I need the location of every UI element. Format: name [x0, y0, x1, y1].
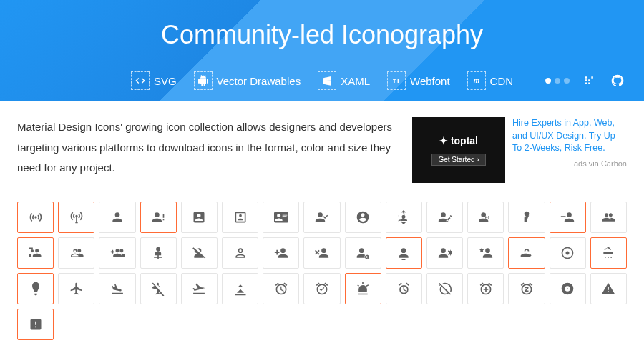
alert-box-icon — [29, 317, 43, 332]
format-label: SVG — [154, 75, 177, 87]
account-box-icon — [192, 210, 206, 224]
format-svg[interactable]: SVG — [131, 71, 177, 90]
account-multiple-outline-icon — [69, 246, 84, 260]
icon-access-point[interactable] — [17, 202, 54, 233]
icon-account-multiple-minus[interactable] — [17, 237, 54, 269]
album-icon — [560, 282, 575, 296]
icon-account-search[interactable] — [345, 237, 381, 269]
account-remove-icon — [315, 246, 329, 260]
icon-account-switch[interactable] — [508, 237, 545, 269]
account-search-icon — [356, 246, 370, 260]
icon-account-off[interactable] — [181, 237, 218, 269]
icon-alarm-check[interactable] — [303, 273, 340, 304]
dot-3[interactable] — [564, 78, 570, 84]
account-outline-icon — [233, 246, 248, 260]
icon-account-box[interactable] — [181, 202, 218, 233]
account-circle-icon — [356, 210, 370, 224]
ad-attribution[interactable]: ads via Carbon — [512, 159, 627, 168]
icon-alarm-plus[interactable] — [467, 273, 504, 304]
access-point-icon — [29, 210, 43, 224]
icon-airplane[interactable] — [58, 273, 94, 304]
ad-title[interactable]: Hire Experts in App, Web, and UI/UX Desi… — [512, 117, 627, 155]
airplane-off-icon — [151, 282, 165, 296]
icon-alarm-multiple[interactable] — [386, 273, 422, 304]
airplane-icon — [69, 282, 84, 296]
icon-account-convert[interactable] — [386, 202, 422, 233]
icon-alert[interactable] — [590, 273, 627, 304]
format-vector-drawables[interactable]: Vector Drawables — [194, 71, 301, 90]
icon-account-location[interactable] — [508, 202, 545, 233]
icon-account-network[interactable] — [140, 237, 177, 269]
slack-link-icon[interactable] — [580, 71, 598, 90]
format-webfont[interactable]: тTWebfont — [387, 71, 450, 90]
icon-account-box-outline[interactable] — [222, 202, 258, 233]
icon-account-alert[interactable] — [140, 202, 177, 233]
alarm-plus-icon — [479, 282, 493, 296]
format-label: XAML — [341, 75, 370, 87]
android-icon — [194, 71, 213, 90]
page-title: Community-led Iconography — [0, 20, 644, 50]
alarm-icon — [274, 282, 288, 296]
icon-adjust[interactable] — [550, 237, 586, 269]
icon-account-multiple-plus[interactable] — [99, 237, 135, 269]
ad-cta-button[interactable]: Get Started › — [431, 154, 485, 166]
format-bar: SVGVector DrawablesXAMLтTWebfontmCDN — [0, 71, 644, 101]
icon-account-multiple-outline[interactable] — [58, 237, 94, 269]
format-xaml[interactable]: XAML — [318, 71, 370, 90]
text-icon: тT — [387, 71, 406, 90]
icon-account-circle[interactable] — [345, 202, 381, 233]
icon-grid — [0, 194, 644, 347]
icon-account-settings-variant[interactable] — [426, 237, 463, 269]
icon-account-star[interactable] — [467, 237, 504, 269]
icon-album[interactable] — [550, 273, 586, 304]
icon-airplane-landing[interactable] — [99, 273, 135, 304]
account-card-icon — [274, 210, 288, 224]
icon-airplane-takeoff[interactable] — [181, 273, 218, 304]
alarm-off-icon — [438, 282, 452, 296]
ad-image[interactable]: ✦ toptal Get Started › — [412, 117, 505, 183]
icon-alarm-light[interactable] — [345, 273, 381, 304]
dot-2[interactable] — [555, 78, 560, 84]
github-link-icon[interactable] — [608, 71, 627, 90]
icon-account-edit[interactable] — [426, 202, 463, 233]
icon-account[interactable] — [99, 202, 135, 233]
icon-account-minus[interactable] — [550, 202, 586, 233]
svg-text:тT: тT — [393, 77, 401, 84]
icon-alarm-snooze[interactable] — [508, 273, 545, 304]
hero-banner: Community-led Iconography SVGVector Draw… — [0, 0, 644, 101]
icon-airport[interactable] — [222, 273, 258, 304]
icon-alert-box[interactable] — [17, 309, 54, 340]
intro-text: Material Design Icons' growing icon coll… — [17, 117, 395, 183]
account-check-icon — [315, 210, 329, 224]
icon-account-card[interactable] — [263, 202, 299, 233]
format-label: CDN — [490, 75, 514, 87]
icon-access-point-network[interactable] — [58, 202, 94, 233]
account-switch-icon — [519, 246, 534, 260]
icon-account-settings[interactable] — [386, 237, 422, 269]
account-multiple-icon — [601, 210, 615, 224]
format-cdn[interactable]: mCDN — [467, 71, 514, 90]
ad-logo: ✦ toptal — [439, 135, 478, 146]
icon-airplane-off[interactable] — [140, 273, 177, 304]
carbon-ad[interactable]: ✦ toptal Get Started › Hire Experts in A… — [412, 117, 627, 183]
icon-account-check[interactable] — [303, 202, 340, 233]
account-alert-icon — [151, 210, 165, 224]
icon-account-multiple[interactable] — [590, 202, 627, 233]
account-key-icon — [479, 210, 493, 224]
icon-account-outline[interactable] — [222, 237, 258, 269]
code-icon — [131, 71, 150, 90]
account-edit-icon — [438, 210, 452, 224]
account-multiple-minus-icon — [29, 246, 43, 260]
icon-account-remove[interactable] — [303, 237, 340, 269]
carousel-dots[interactable] — [545, 78, 570, 84]
ad-text: Hire Experts in App, Web, and UI/UX Desi… — [512, 117, 627, 183]
icon-account-plus[interactable] — [263, 237, 299, 269]
account-settings-icon — [396, 246, 411, 260]
adjust-icon — [560, 246, 575, 260]
icon-alarm[interactable] — [263, 273, 299, 304]
icon-alarm-off[interactable] — [426, 273, 463, 304]
dot-1[interactable] — [545, 78, 551, 84]
icon-air-balloon[interactable] — [17, 273, 54, 304]
icon-air-conditioner[interactable] — [590, 237, 627, 269]
icon-account-key[interactable] — [467, 202, 504, 233]
